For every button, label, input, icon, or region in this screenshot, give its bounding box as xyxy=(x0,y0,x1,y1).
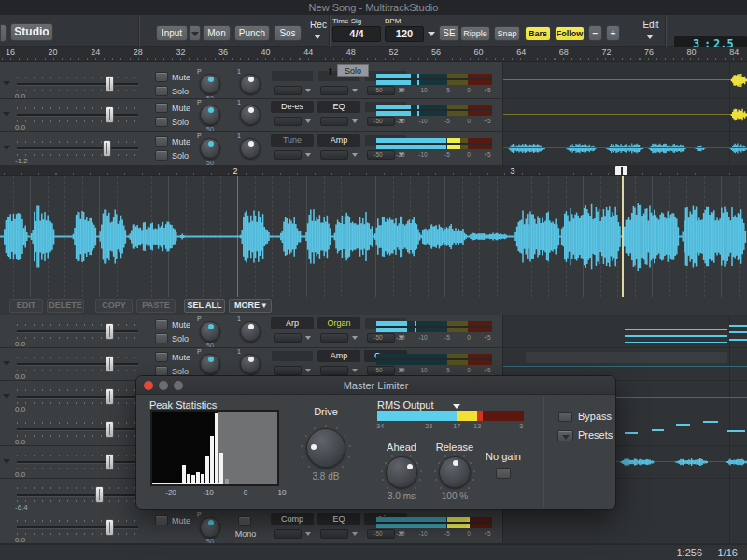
minimize-button[interactable] xyxy=(159,381,168,390)
volume-fader[interactable] xyxy=(17,77,138,91)
effect-preset-button[interactable] xyxy=(274,366,302,375)
grid-resolution-value[interactable]: 1/16 xyxy=(718,547,738,558)
punch-button[interactable]: Punch xyxy=(234,25,270,41)
solo-checkbox[interactable] xyxy=(155,333,168,343)
fader-handle[interactable] xyxy=(106,388,114,405)
mono-checkbox[interactable] xyxy=(238,516,251,526)
bpm-field[interactable]: 120 xyxy=(385,26,424,42)
effect-slot-empty[interactable] xyxy=(271,70,314,82)
volume-fader[interactable] xyxy=(17,422,138,437)
effect-preset-button[interactable] xyxy=(320,117,348,126)
volume-fader[interactable] xyxy=(17,324,138,339)
fader-handle[interactable] xyxy=(106,323,114,340)
bars-toggle-button[interactable]: Bars xyxy=(525,26,551,41)
level-knob[interactable] xyxy=(240,74,261,94)
effect-preset-button[interactable] xyxy=(274,117,302,126)
ahead-knob[interactable] xyxy=(386,456,417,488)
editor-mini-ruler[interactable]: 23 xyxy=(0,166,747,176)
fader-handle[interactable] xyxy=(106,356,114,372)
level-knob[interactable] xyxy=(240,138,261,159)
snap-button[interactable]: Snap xyxy=(494,26,520,41)
effect-preset-button[interactable] xyxy=(274,529,302,539)
drive-knob[interactable] xyxy=(306,428,345,468)
effect-slot-comp[interactable]: Comp xyxy=(271,513,314,525)
volume-fader[interactable] xyxy=(17,487,138,502)
effect-dropdown-icon[interactable] xyxy=(352,369,358,372)
track-overview[interactable] xyxy=(502,315,747,347)
effect-preset-button[interactable] xyxy=(320,366,348,375)
sos-button[interactable]: Sos xyxy=(274,25,302,41)
mute-checkbox[interactable] xyxy=(155,352,168,362)
delete-button[interactable]: DELETE xyxy=(47,299,84,313)
effect-preset-button[interactable] xyxy=(320,333,348,343)
expand-track-arrow-icon[interactable] xyxy=(3,81,10,86)
bpm-dropdown-icon[interactable] xyxy=(428,32,435,36)
mon-button[interactable]: Mon xyxy=(203,25,231,41)
effect-preset-button[interactable] xyxy=(274,86,302,95)
effect-dropdown-icon[interactable] xyxy=(352,89,358,92)
release-knob[interactable] xyxy=(439,456,471,488)
expand-track-arrow-icon[interactable] xyxy=(3,361,10,366)
effect-slot-amp[interactable]: Amp xyxy=(317,134,360,147)
ripple-button[interactable]: Ripple xyxy=(460,26,490,41)
edit-button[interactable]: EDIT xyxy=(9,299,43,313)
effect-preset-button[interactable] xyxy=(274,333,302,343)
level-knob[interactable] xyxy=(240,321,261,342)
timeline-ruler[interactable]: 162024283236404448525660646872768084 xyxy=(0,47,747,62)
mute-checkbox[interactable] xyxy=(155,103,168,113)
presets-button[interactable] xyxy=(557,430,573,441)
solo-checkbox[interactable] xyxy=(155,150,168,161)
effect-preset-button[interactable] xyxy=(320,86,348,95)
effect-dropdown-icon[interactable] xyxy=(305,119,311,123)
track-overview[interactable] xyxy=(502,62,747,98)
fader-handle[interactable] xyxy=(106,106,114,123)
volume-fader[interactable] xyxy=(17,141,138,156)
effect-preset-button[interactable] xyxy=(274,150,302,160)
pan-knob[interactable] xyxy=(200,517,220,538)
fader-handle[interactable] xyxy=(106,76,114,92)
close-button[interactable] xyxy=(144,381,153,390)
effect-dropdown-icon[interactable] xyxy=(352,532,358,536)
fader-handle[interactable] xyxy=(106,454,114,470)
zoom-ratio-value[interactable]: 1:256 xyxy=(676,547,702,558)
fader-handle[interactable] xyxy=(95,486,104,503)
effect-dropdown-icon[interactable] xyxy=(305,153,311,157)
waveform-editor[interactable]: 23 EDITDELETECOPYPASTESEL ALLMORE ▾ xyxy=(0,166,747,315)
more-button[interactable]: MORE ▾ xyxy=(229,299,272,313)
volume-fader[interactable] xyxy=(17,357,138,371)
zoom-out-button[interactable]: − xyxy=(588,25,602,41)
effect-dropdown-icon[interactable] xyxy=(305,532,311,536)
effect-preset-button[interactable] xyxy=(320,529,348,539)
effect-dropdown-icon[interactable] xyxy=(305,336,311,340)
mute-checkbox[interactable] xyxy=(155,136,168,147)
pan-knob[interactable] xyxy=(200,138,220,159)
se-button[interactable]: SE xyxy=(439,25,459,41)
copy-button[interactable]: COPY xyxy=(95,299,133,313)
effect-dropdown-icon[interactable] xyxy=(305,369,311,372)
zoom-window-button[interactable] xyxy=(174,381,183,390)
fader-handle[interactable] xyxy=(106,519,114,536)
pan-knob[interactable] xyxy=(200,105,220,125)
volume-fader[interactable] xyxy=(17,455,138,469)
bypass-checkbox[interactable] xyxy=(558,412,572,422)
effect-dropdown-icon[interactable] xyxy=(305,89,311,92)
effect-dropdown-icon[interactable] xyxy=(352,153,358,157)
effect-slot-arp[interactable]: Arp xyxy=(271,317,314,329)
pan-knob[interactable] xyxy=(200,74,220,94)
rec-dropdown-icon[interactable] xyxy=(314,35,321,39)
mute-checkbox[interactable] xyxy=(155,72,168,82)
volume-fader[interactable] xyxy=(17,389,138,404)
mute-checkbox[interactable] xyxy=(155,515,168,525)
playhead-line[interactable] xyxy=(622,176,624,297)
track-overview[interactable] xyxy=(502,511,747,543)
fader-handle[interactable] xyxy=(103,140,111,157)
effect-slot-eq[interactable]: EQ xyxy=(317,513,360,525)
input-dropdown-button[interactable] xyxy=(189,25,201,41)
track-overview[interactable] xyxy=(502,99,747,131)
effect-dropdown-icon[interactable] xyxy=(352,336,358,340)
effect-slot-de-es[interactable]: De-es xyxy=(271,101,314,113)
solo-checkbox[interactable] xyxy=(155,117,168,127)
dialog-titlebar[interactable]: Master Limiter xyxy=(136,376,615,395)
track-overview[interactable] xyxy=(502,132,747,165)
level-knob[interactable] xyxy=(240,354,261,374)
